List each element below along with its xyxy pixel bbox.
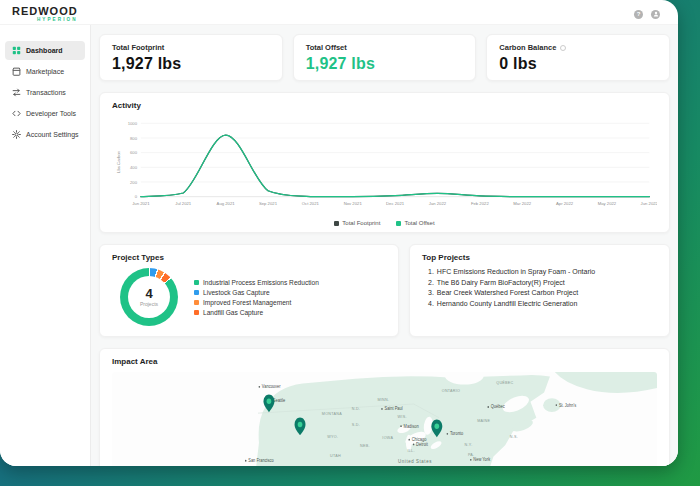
top-project-item[interactable]: 1.HFC Emissions Reduction in Spray Foam … (428, 268, 657, 275)
legend-item-total-footprint[interactable]: Total Footprint (334, 220, 380, 226)
total-offset-card: Total Offset 1,927 lbs (293, 34, 477, 81)
app-header: REDWOOD HYPERION ? (0, 0, 678, 24)
sidebar-item-label: Marketplace (26, 68, 64, 75)
city-dot (408, 439, 410, 441)
legend-swatch (194, 280, 199, 285)
city-dot (245, 460, 247, 462)
activity-card: Activity Lbs Carbon 02004006008001000 Ju… (99, 92, 670, 233)
stat-label: Total Offset (306, 43, 464, 52)
map-label: San Francisco (248, 458, 274, 463)
activity-title: Activity (112, 101, 657, 110)
x-tick-label: May 2022 (598, 201, 617, 206)
sidebar-item-label: Transactions (26, 89, 66, 96)
project-types-legend: Industrial Process Emissions Reduction L… (194, 279, 319, 316)
city-dot (259, 386, 261, 388)
stat-value: 0 lbs (499, 55, 657, 73)
donut-center-label: Projects (140, 301, 158, 307)
map-label: Saint Paul (385, 406, 403, 411)
info-icon[interactable] (560, 45, 566, 51)
map-label: N.Y. (465, 442, 473, 447)
project-name: Hernando County Landfill Electric Genera… (437, 300, 577, 307)
dashboard-icon (12, 46, 21, 55)
legend-item: Landfill Gas Capture (194, 309, 319, 316)
account-icon[interactable] (651, 10, 660, 19)
sidebar: Dashboard Marketplace Transactions (0, 25, 91, 466)
series-line-total-offset (141, 135, 649, 197)
map-label: IOWA (382, 435, 393, 440)
map-label: N.D. (352, 406, 361, 411)
stat-label: Total Footprint (112, 43, 270, 52)
map-label: MONTANA (322, 411, 342, 416)
developer-tools-icon (12, 109, 21, 118)
x-tick-label: Jun 2022 (641, 201, 657, 206)
impact-area-card: Impact Area (99, 348, 670, 466)
project-name: HFC Emissions Reduction in Spray Foam - … (437, 268, 595, 275)
map-label: N.S. (510, 434, 518, 439)
project-name: Bear Creek Watershed Forest Carbon Proje… (437, 289, 578, 296)
top-project-item[interactable]: 4.Hernando County Landfill Electric Gene… (428, 300, 657, 307)
project-types-donut-chart: 4 Projects (120, 268, 178, 326)
sidebar-item-dashboard[interactable]: Dashboard (5, 41, 85, 60)
legend-swatch (194, 310, 199, 315)
map-label: Seattle (273, 397, 286, 402)
map-label: Detroit (416, 442, 428, 447)
app-window: REDWOOD HYPERION ? (0, 0, 678, 466)
map-label: ONTARIO (442, 388, 461, 393)
legend-label: Landfill Gas Capture (203, 309, 263, 316)
stat-value: 1,927 lbs (306, 55, 464, 73)
legend-label: Industrial Process Emissions Reduction (203, 279, 319, 286)
top-projects-card: Top Projects 1.HFC Emissions Reduction i… (409, 244, 670, 337)
city-dot (400, 425, 402, 427)
city-dot (381, 408, 383, 410)
top-project-item[interactable]: 3.Bear Creek Watershed Forest Carbon Pro… (428, 289, 657, 296)
map-label: ILL. (407, 447, 414, 452)
project-name: The B6 Dairy Farm BioFactory(R) Project (437, 279, 565, 286)
city-dot (470, 459, 472, 461)
city-dot (413, 444, 415, 446)
sidebar-item-account-settings[interactable]: Account Settings (5, 125, 85, 144)
help-icon[interactable]: ? (634, 10, 643, 19)
map-canvas: VancouverSeattleMONTANAN.D.S.D.WYO.MINN.… (112, 372, 657, 466)
chart-series-lines (141, 135, 649, 197)
map-label: NEB. (360, 443, 370, 448)
x-tick-labels: Jun 2021Jul 2021Aug 2021Sep 2021Oct 2021… (132, 201, 657, 206)
sidebar-item-marketplace[interactable]: Marketplace (5, 62, 85, 81)
y-tick-labels: 02004006008001000 (128, 121, 138, 199)
map-label: Madison (404, 423, 420, 428)
map-label: Québec (491, 404, 506, 409)
sidebar-item-label: Dashboard (26, 47, 63, 54)
map-label: WYO. (327, 434, 338, 439)
main-content: Total Footprint 1,927 lbs Total Offset 1… (91, 25, 678, 466)
city-dot (447, 433, 449, 435)
top-project-item[interactable]: 2.The B6 Dairy Farm BioFactory(R) Projec… (428, 279, 657, 286)
x-tick-label: Apr 2022 (556, 201, 574, 206)
sidebar-item-developer-tools[interactable]: Developer Tools (5, 104, 85, 123)
stat-value: 1,927 lbs (112, 55, 270, 73)
legend-item: Industrial Process Emissions Reduction (194, 279, 319, 286)
x-tick-label: Mar 2022 (513, 201, 531, 206)
chart-gridlines (141, 123, 649, 196)
map-label: UTAH (330, 453, 341, 458)
sidebar-item-transactions[interactable]: Transactions (5, 83, 85, 102)
map-label: Vancouver (262, 384, 281, 389)
y-tick-label: 800 (130, 136, 138, 141)
map-label: QUÉBEC (496, 379, 513, 384)
y-tick-label: 600 (130, 150, 138, 155)
legend-swatch (396, 221, 401, 226)
y-tick-label: 1000 (128, 121, 138, 126)
y-tick-label: 0 (135, 194, 138, 199)
map-label: MINN. (377, 396, 389, 401)
project-types-title: Project Types (112, 253, 386, 262)
legend-swatch (194, 300, 199, 305)
y-tick-label: 400 (130, 165, 138, 170)
map-label: WIS. (398, 414, 407, 419)
map-label: St. John's (559, 402, 577, 407)
impact-area-map[interactable]: VancouverSeattleMONTANAN.D.S.D.WYO.MINN.… (112, 372, 657, 466)
map-label: Toronto (450, 431, 464, 436)
legend-label: Improved Forest Management (203, 299, 291, 306)
brand-name: REDWOOD (12, 6, 78, 17)
activity-line-chart: Lbs Carbon 02004006008001000 Jun 2021Jul… (112, 110, 657, 214)
map-label: MAINE (477, 418, 490, 423)
legend-item-total-offset[interactable]: Total Offset (396, 220, 434, 226)
series-line-total-footprint (141, 135, 649, 197)
